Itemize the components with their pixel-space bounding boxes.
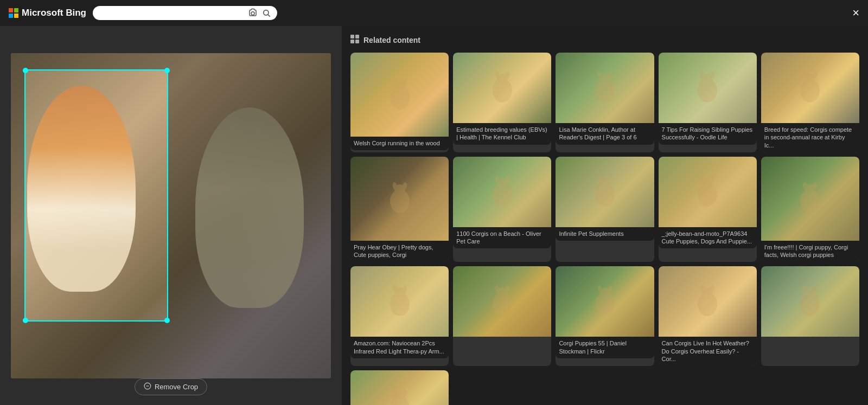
grid-caption-9: _;jelly-bean-and-moto_P7A9634 Cute Puppi…: [659, 227, 757, 249]
grid-image-2: [453, 53, 551, 123]
grid-caption-1: Welsh Corgi running in the wood: [350, 137, 449, 150]
svg-point-1: [264, 10, 269, 15]
grid-item-11[interactable]: Amazon.com: Naviocean 2Pcs Infrared Red …: [350, 266, 449, 366]
grid-image-5: [761, 53, 859, 123]
grid-image-10: [761, 157, 859, 241]
grid-image-1: [350, 53, 449, 137]
grid-caption-4: 7 Tips For Raising Sibling Puppies Succe…: [659, 123, 757, 145]
svg-rect-6: [355, 35, 359, 38]
grid-caption-5: Breed for speed: Corgis compete in secon…: [761, 123, 859, 152]
bing-logo-text: Microsoft Bing: [22, 8, 86, 18]
main-image: [11, 53, 331, 378]
dog-image-background: [11, 53, 331, 378]
grid-item-2[interactable]: Estimated breeding values (EBVs) | Healt…: [453, 53, 551, 152]
grid-item-6[interactable]: Pray Hear Obey | Pretty dogs, Cute puppi…: [350, 157, 449, 262]
grid-item-10[interactable]: I'm freee!!!! | Corgi puppy, Corgi facts…: [761, 157, 859, 262]
grid-caption-2: Estimated breeding values (EBVs) | Healt…: [453, 123, 551, 145]
grid-image-12: [453, 266, 551, 337]
grid-image-16: [350, 370, 449, 405]
image-grid: Welsh Corgi running in the wood Estimate…: [350, 53, 859, 405]
grid-caption-8: Infinite Pet Supplements: [556, 227, 654, 241]
grid-item-14[interactable]: Can Corgis Live In Hot Weather? Do Corgi…: [659, 266, 757, 366]
grid-image-6: [350, 157, 449, 241]
grid-item-1[interactable]: Welsh Corgi running in the wood: [350, 53, 449, 152]
related-content-label: Related content: [363, 36, 420, 44]
crop-icon: [144, 382, 151, 391]
grid-caption-13: Corgi Puppies 55 | Daniel Stockman | Fli…: [556, 337, 654, 358]
grid-image-14: [659, 266, 757, 337]
grid-item-15[interactable]: [761, 266, 859, 366]
bing-logo-squares: [9, 8, 18, 18]
grid-item-13[interactable]: Corgi Puppies 55 | Daniel Stockman | Fli…: [556, 266, 654, 366]
grid-image-13: [556, 266, 654, 337]
grid-item-3[interactable]: Lisa Marie Conklin, Author at Reader's D…: [556, 53, 654, 152]
bing-logo: Microsoft Bing: [9, 8, 86, 18]
grid-item-8[interactable]: Infinite Pet Supplements: [556, 157, 654, 262]
grid-caption-14: Can Corgis Live In Hot Weather? Do Corgi…: [659, 337, 757, 366]
logo-sq-red: [9, 8, 13, 12]
grid-item-9[interactable]: _;jelly-bean-and-moto_P7A9634 Cute Puppi…: [659, 157, 757, 262]
grid-caption-6: Pray Hear Obey | Pretty dogs, Cute puppi…: [350, 241, 449, 262]
svg-line-2: [268, 15, 270, 17]
svg-rect-5: [350, 35, 354, 38]
related-grid-icon: [350, 35, 359, 45]
grid-item-12[interactable]: [453, 266, 551, 366]
remove-crop-button[interactable]: Remove Crop: [135, 378, 207, 395]
grid-image-15: [761, 266, 859, 337]
logo-sq-yellow: [14, 14, 18, 18]
header: Microsoft Bing ×: [0, 0, 868, 26]
related-content-header: Related content: [350, 35, 859, 45]
left-panel: Remove Crop: [0, 26, 342, 405]
grid-caption-3: Lisa Marie Conklin, Author at Reader's D…: [556, 123, 654, 145]
grid-image-9: [659, 157, 757, 227]
grid-item-4[interactable]: 7 Tips For Raising Sibling Puppies Succe…: [659, 53, 757, 152]
search-bar: [93, 6, 277, 20]
search-input[interactable]: [99, 9, 244, 17]
camera-search-button[interactable]: [248, 8, 258, 18]
grid-caption-11: Amazon.com: Naviocean 2Pcs Infrared Red …: [350, 337, 449, 358]
main-content: Remove Crop Related content Welsh Corgi …: [0, 26, 868, 405]
grid-image-4: [659, 53, 757, 123]
search-button[interactable]: [262, 9, 271, 17]
logo-sq-blue: [9, 14, 13, 18]
svg-point-0: [251, 12, 254, 15]
grid-item-7[interactable]: 1100 Corgis on a Beach - Oliver Pet Care: [453, 157, 551, 262]
corgi-dog-shape: [27, 86, 136, 292]
remove-crop-label: Remove Crop: [155, 383, 198, 391]
grid-caption-7: 1100 Corgis on a Beach - Oliver Pet Care: [453, 227, 551, 249]
svg-rect-7: [350, 40, 354, 43]
grid-item-16[interactable]: [350, 370, 449, 405]
main-image-container: [11, 53, 331, 378]
grid-image-8: [556, 157, 654, 227]
grid-item-5[interactable]: Breed for speed: Corgis compete in secon…: [761, 53, 859, 152]
logo-sq-green: [14, 8, 18, 12]
grid-image-3: [556, 53, 654, 123]
close-button[interactable]: ×: [852, 6, 859, 20]
scruffy-dog-shape: [195, 107, 304, 308]
grid-caption-10: I'm freee!!!! | Corgi puppy, Corgi facts…: [761, 241, 859, 262]
svg-rect-8: [355, 40, 359, 43]
grid-image-11: [350, 266, 449, 337]
right-panel: Related content Welsh Corgi running in t…: [342, 26, 868, 405]
grid-image-7: [453, 157, 551, 227]
